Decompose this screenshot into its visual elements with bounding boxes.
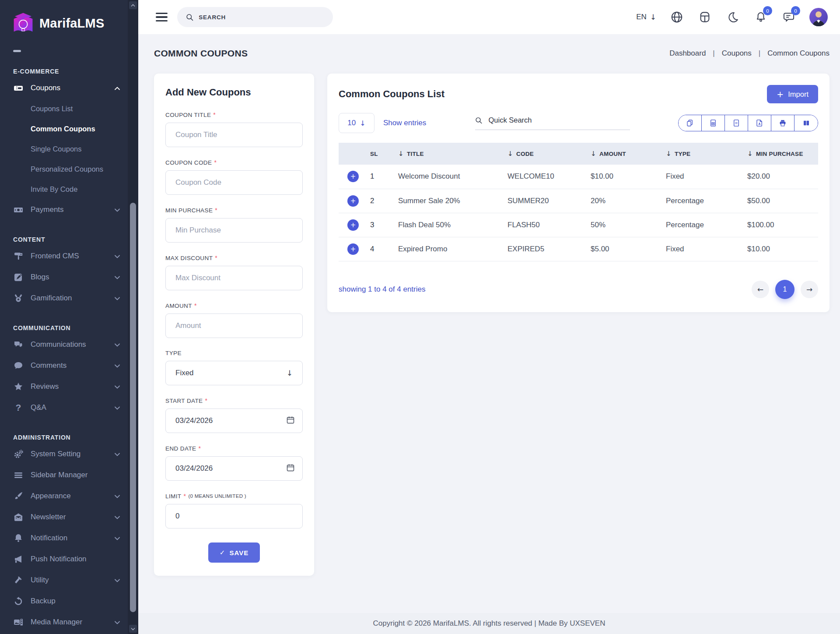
next-page-button[interactable]: →: [801, 281, 818, 298]
type-label: TYPE: [165, 350, 303, 356]
sidebar-item-notification[interactable]: Notification: [0, 528, 128, 549]
chevron-down-icon: [115, 383, 120, 391]
export-copy-button[interactable]: [679, 115, 702, 131]
breadcrumb-dashboard[interactable]: Dashboard: [669, 49, 706, 58]
sidebar-item-appearance[interactable]: Appearance: [0, 486, 128, 507]
hammer-icon: [13, 575, 24, 585]
notifications-button[interactable]: 0: [753, 10, 768, 25]
add-coupon-card: Add New Coupons COUPON TITLE* COUPON COD…: [154, 74, 314, 576]
chevron-down-icon: ↓: [360, 119, 365, 127]
cell-sl: 2: [364, 189, 392, 213]
subitem-label: Common Coupons: [31, 125, 95, 133]
type-select[interactable]: Fixed ↓: [165, 361, 303, 385]
coupon-title-input[interactable]: [165, 123, 303, 147]
required-marker: *: [215, 254, 217, 261]
sidebar-item-gamification[interactable]: Gamification: [0, 288, 128, 309]
column-header-title[interactable]: ↓TITLE: [392, 143, 501, 165]
app-window: MarifaLMS E-COMMERCE Coupons Coupons Lis…: [0, 0, 840, 634]
sidebar-item-blogs[interactable]: Blogs: [0, 267, 128, 288]
question-icon: ?: [13, 402, 24, 413]
chevron-down-icon: [115, 341, 120, 349]
sidebar-item-sidebar-manager[interactable]: Sidebar Manager: [0, 465, 128, 486]
page-size-select[interactable]: 10 ↓: [339, 113, 374, 133]
page-1-button[interactable]: 1: [775, 280, 794, 299]
main-area: EN ↓ 0 0: [138, 0, 840, 634]
breadcrumb-separator: |: [713, 49, 714, 58]
min-purchase-label: MIN PURCHASE*: [165, 207, 303, 214]
limit-input[interactable]: [165, 504, 303, 528]
column-header-amount[interactable]: ↓AMOUNT: [584, 143, 660, 165]
sidebar-item-media-manager[interactable]: Media Manager: [0, 612, 128, 633]
sidebar-item-communications[interactable]: Communications: [0, 334, 128, 355]
scrollbar-thumb[interactable]: [130, 203, 136, 612]
export-pdf-button[interactable]: [748, 115, 771, 131]
sidebar-item-label: Communications: [31, 340, 86, 349]
subitem-label: Invite By Code: [31, 185, 77, 194]
amount-input[interactable]: [165, 313, 303, 338]
scroll-down-button[interactable]: [129, 625, 137, 633]
globe-button[interactable]: [669, 10, 684, 25]
column-header-min-purchase[interactable]: ↓MIN PURCHASE: [741, 143, 818, 165]
expand-row-button[interactable]: +: [347, 219, 359, 231]
sidebar-item-coupons[interactable]: Coupons: [0, 77, 128, 99]
sidebar-item-utility[interactable]: Utility: [0, 570, 128, 591]
messages-button[interactable]: 0: [781, 10, 796, 25]
required-marker: *: [184, 493, 186, 500]
cell-title: Flash Deal 50%: [392, 213, 501, 237]
avatar[interactable]: [809, 8, 828, 26]
start-date-input[interactable]: [165, 409, 303, 433]
export-print-button[interactable]: [771, 115, 794, 131]
table-row: + 1 Welcome Discount WELCOME10 $10.00 Fi…: [339, 165, 818, 189]
column-header-code[interactable]: ↓CODE: [501, 143, 584, 165]
message-count-badge: 0: [791, 6, 800, 15]
brand-logo[interactable]: MarifaLMS: [0, 0, 128, 39]
sidebar-item-reviews[interactable]: Reviews: [0, 376, 128, 397]
global-search[interactable]: [177, 7, 333, 27]
search-icon: [475, 116, 482, 124]
sidebar-subitem-invite-by-code[interactable]: Invite By Code: [0, 179, 128, 199]
export-columns-button[interactable]: [794, 115, 818, 131]
expand-row-button[interactable]: +: [347, 243, 359, 255]
sidebar-item-system-setting[interactable]: System Setting: [0, 444, 128, 465]
entries-summary: showing 1 to 4 of 4 entries: [339, 285, 425, 294]
breadcrumb-coupons[interactable]: Coupons: [722, 49, 752, 58]
sidebar-item-newsletter[interactable]: Newsletter: [0, 507, 128, 528]
sidebar-item-payments[interactable]: Payments: [0, 199, 128, 220]
sidebar-subitem-single-coupons[interactable]: Single Coupons: [0, 139, 128, 159]
coupon-code-input[interactable]: [165, 170, 303, 195]
sidebar-subitem-coupons-list[interactable]: Coupons List: [0, 99, 128, 119]
save-button[interactable]: ✓ SAVE: [208, 542, 260, 563]
export-csv-button[interactable]: [725, 115, 748, 131]
list-title: Common Coupons List: [339, 88, 444, 100]
end-date-input[interactable]: [165, 456, 303, 481]
menu-toggle-button[interactable]: [156, 13, 168, 21]
search-input[interactable]: [199, 14, 324, 21]
column-header-sl[interactable]: SL: [364, 143, 392, 165]
chevron-down-icon: ↓: [650, 13, 656, 21]
column-header-type[interactable]: ↓TYPE: [660, 143, 741, 165]
dark-mode-button[interactable]: [725, 10, 740, 25]
import-button[interactable]: + Import: [767, 85, 818, 103]
quick-search[interactable]: [475, 116, 630, 130]
page-size-value: 10: [347, 119, 356, 127]
sidebar-item-backup[interactable]: Backup: [0, 591, 128, 612]
expand-row-button[interactable]: +: [347, 171, 359, 182]
cell-type: Percentage: [660, 213, 741, 237]
sidebar-subitem-common-coupons[interactable]: Common Coupons: [0, 119, 128, 139]
sidebar-item-qa[interactable]: ? Q&A: [0, 397, 128, 418]
sidebar-item-frontend-cms[interactable]: Frontend CMS: [0, 246, 128, 267]
export-excel-button[interactable]: [702, 115, 725, 131]
expand-row-button[interactable]: +: [347, 195, 359, 207]
sidebar-item-comments[interactable]: Comments: [0, 355, 128, 376]
chevron-down-icon: [115, 404, 120, 412]
quick-search-input[interactable]: [488, 116, 630, 124]
min-purchase-input[interactable]: [165, 218, 303, 243]
language-selector[interactable]: EN ↓: [636, 13, 656, 21]
scroll-up-button[interactable]: [129, 1, 137, 9]
cell-type: Fixed: [660, 237, 741, 261]
prev-page-button[interactable]: ←: [752, 281, 769, 298]
sidebar-item-push-notification[interactable]: Push Notification: [0, 549, 128, 570]
max-discount-input[interactable]: [165, 266, 303, 290]
sidebar-subitem-personalized-coupons[interactable]: Personalized Coupons: [0, 159, 128, 179]
layout-button[interactable]: [697, 10, 712, 25]
